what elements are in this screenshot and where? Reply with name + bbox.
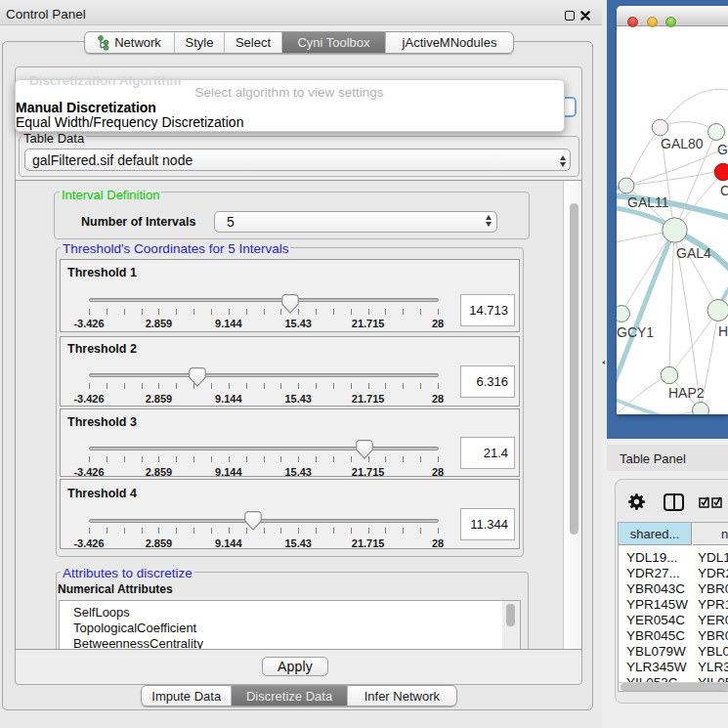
svg-text:HI: HI	[718, 323, 728, 339]
svg-text:GCY1: GCY1	[617, 324, 654, 340]
svg-text:C: C	[720, 183, 728, 198]
svg-text:GAL11: GAL11	[627, 194, 669, 210]
svg-text:GA: GA	[717, 142, 728, 157]
svg-text:GAL80: GAL80	[661, 136, 704, 151]
svg-text:HAP2: HAP2	[668, 385, 705, 401]
svg-text:GAL4: GAL4	[676, 245, 711, 261]
